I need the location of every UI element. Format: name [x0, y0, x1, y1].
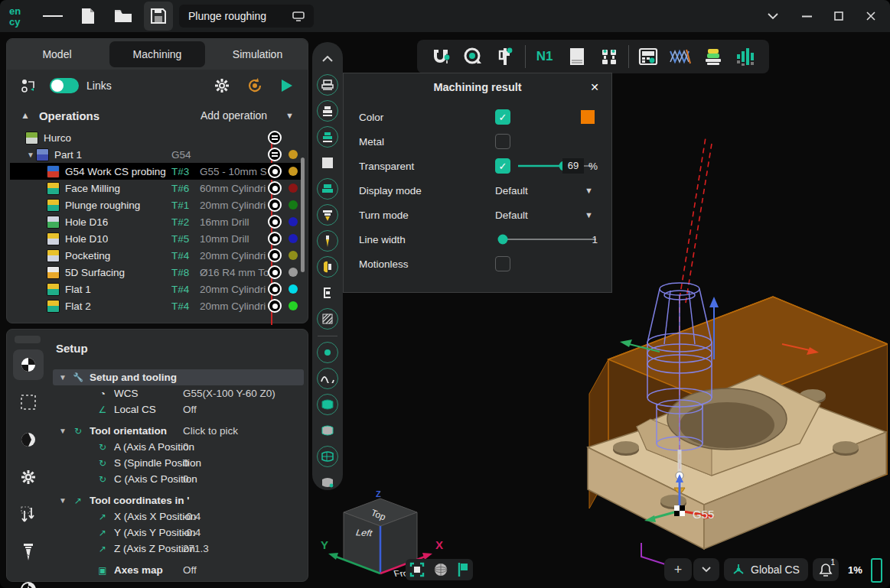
- active-operation-field[interactable]: Plunge roughing: [179, 5, 314, 28]
- caliper-icon[interactable]: [492, 44, 518, 70]
- color-swatch[interactable]: [581, 110, 595, 124]
- operation-color-dot[interactable]: [289, 167, 298, 176]
- collapse-operations-icon[interactable]: ▲: [21, 110, 30, 121]
- stock-icon[interactable]: [315, 73, 340, 97]
- active-radio-icon[interactable]: [268, 164, 282, 178]
- setup-param-row[interactable]: ↻S (Spindle Position0: [53, 455, 304, 471]
- operation-row[interactable]: Flat 2T#420mm Cylindri: [10, 297, 301, 314]
- stock-stack-icon[interactable]: [700, 44, 726, 70]
- global-cs-button[interactable]: Global CS: [724, 558, 808, 581]
- active-radio-icon[interactable]: [268, 181, 282, 195]
- operation-color-dot[interactable]: [289, 234, 298, 243]
- display-mode-caret-icon[interactable]: ▼: [585, 186, 593, 195]
- magnet-snap-icon[interactable]: [428, 44, 454, 70]
- view-dropdown-caret[interactable]: [693, 558, 719, 581]
- operation-row[interactable]: ▼Part 1G54: [10, 146, 301, 163]
- setup-value[interactable]: 0: [183, 473, 189, 485]
- axes-swap-rail-icon[interactable]: [13, 499, 44, 530]
- operation-row[interactable]: Hole D16T#216mm Drill: [10, 213, 301, 230]
- operation-row[interactable]: Hole D10T#510mm Drill: [10, 230, 301, 247]
- color-checkbox[interactable]: ✓: [495, 109, 510, 125]
- setup-param-row[interactable]: ↗X (Axis X Position-0.4: [53, 508, 304, 525]
- turn-profile-rail-icon[interactable]: [13, 424, 44, 455]
- setup-param-row[interactable]: ↗Y (Axis Y Position-0.4: [53, 525, 304, 541]
- add-operation-button[interactable]: Add operation: [200, 109, 267, 122]
- surface-gray-icon[interactable]: [315, 418, 340, 443]
- feeds-gauge-rail-icon[interactable]: [13, 574, 44, 588]
- tab-model[interactable]: Model: [9, 41, 105, 67]
- operation-color-dot[interactable]: [289, 301, 298, 310]
- setup-section-row[interactable]: ▼↻Tool orientationClick to pick: [53, 423, 304, 439]
- operation-color-dot[interactable]: [289, 200, 298, 210]
- window-expand-icon[interactable]: [762, 6, 784, 26]
- active-radio-icon[interactable]: [268, 299, 282, 313]
- transparent-value[interactable]: 69: [562, 158, 584, 174]
- setup-value[interactable]: Off: [183, 404, 197, 415]
- operation-row[interactable]: Face MillingT#660mm Cylindri: [10, 180, 301, 197]
- app-logo[interactable]: en cy: [5, 3, 35, 29]
- curve-icon[interactable]: [315, 366, 340, 391]
- nc-code-icon[interactable]: N1: [532, 44, 558, 70]
- setup-value[interactable]: Off: [183, 564, 197, 576]
- wcs-rail-icon[interactable]: [13, 349, 44, 380]
- operation-row[interactable]: PocketingT#420mm Cylindri: [10, 247, 301, 264]
- add-view-button[interactable]: +: [664, 558, 692, 581]
- mesh-surface-icon[interactable]: [315, 444, 340, 469]
- window-maximize-icon[interactable]: [828, 6, 849, 26]
- workpiece-layers-icon[interactable]: [315, 99, 340, 123]
- operation-row[interactable]: Plunge roughingT#120mm Cylindri: [10, 197, 301, 213]
- add-operation-caret-icon[interactable]: ▼: [285, 111, 294, 120]
- active-radio-icon[interactable]: [268, 198, 282, 212]
- tab-simulation[interactable]: Simulation: [210, 41, 305, 67]
- setup-param-row[interactable]: ∠Local CSOff: [53, 401, 304, 417]
- tree-expand-icon[interactable]: ▼: [25, 151, 36, 159]
- enabled-marker-icon[interactable]: [268, 131, 282, 145]
- active-radio-icon[interactable]: [268, 282, 282, 296]
- active-radio-icon[interactable]: [268, 215, 282, 229]
- notifications-button[interactable]: 1: [813, 558, 839, 581]
- operation-color-dot[interactable]: [289, 217, 298, 226]
- holder-icon[interactable]: [315, 255, 340, 279]
- links-toggle[interactable]: [50, 78, 79, 93]
- setup-value[interactable]: Click to pick: [183, 425, 238, 437]
- tab-machining[interactable]: Machining: [109, 41, 205, 67]
- transparent-checkbox[interactable]: ✓: [495, 158, 510, 174]
- setup-param-row[interactable]: ◔WCSG55(X-100 Y-60 Z0): [53, 385, 304, 401]
- new-file-icon[interactable]: [78, 6, 98, 26]
- tool-rail-icon[interactable]: [13, 537, 44, 567]
- turn-mode-caret-icon[interactable]: ▼: [585, 210, 593, 219]
- workpiece-rail-icon[interactable]: [13, 387, 44, 417]
- enabled-marker-icon[interactable]: [268, 148, 282, 161]
- active-radio-icon[interactable]: [268, 249, 282, 262]
- operation-row[interactable]: 5D SurfacingT#8Ø16 R4 mm To: [10, 264, 301, 281]
- hatch-icon[interactable]: [315, 307, 340, 331]
- collapse-chevron-icon[interactable]: [315, 47, 340, 71]
- sheet-icon[interactable]: [564, 44, 590, 70]
- window-minimize-icon[interactable]: [796, 6, 817, 26]
- surface-icon[interactable]: [315, 392, 340, 417]
- flag-icon[interactable]: [457, 562, 469, 577]
- motionless-checkbox[interactable]: [495, 256, 510, 271]
- display-mode-select[interactable]: Default: [495, 185, 528, 197]
- menu-icon[interactable]: [43, 6, 63, 26]
- tape-measure-icon[interactable]: [460, 44, 486, 70]
- setup-param-row[interactable]: ↻C (Axis C Position0: [53, 471, 304, 487]
- operation-color-dot[interactable]: [289, 150, 298, 159]
- setup-value[interactable]: 0: [183, 457, 189, 469]
- setup-value[interactable]: -0.4: [183, 511, 200, 522]
- settings-gear-icon[interactable]: [214, 78, 230, 93]
- section-collapse-icon[interactable]: ▼: [59, 427, 71, 435]
- setup-section-row[interactable]: ▼🔧Setup and tooling: [53, 369, 304, 385]
- operation-color-dot[interactable]: [289, 184, 298, 193]
- active-radio-icon[interactable]: [268, 265, 282, 279]
- point-icon[interactable]: [315, 340, 340, 365]
- setup-param-row[interactable]: ↗Z (Axis Z Position271.3: [53, 541, 304, 557]
- dialog-close-icon[interactable]: ✕: [587, 80, 602, 95]
- statistics-bars-icon[interactable]: [732, 44, 758, 70]
- auto-recalculate-icon[interactable]: [246, 77, 263, 94]
- turn-mode-select[interactable]: Default: [495, 210, 528, 221]
- settings-rail-icon[interactable]: [13, 462, 44, 492]
- setup-section-row[interactable]: ▼↗Tool coordinates in ': [53, 492, 304, 508]
- setup-value[interactable]: 0: [183, 441, 189, 453]
- setup-section-row[interactable]: ▣Axes mapOff: [53, 562, 304, 578]
